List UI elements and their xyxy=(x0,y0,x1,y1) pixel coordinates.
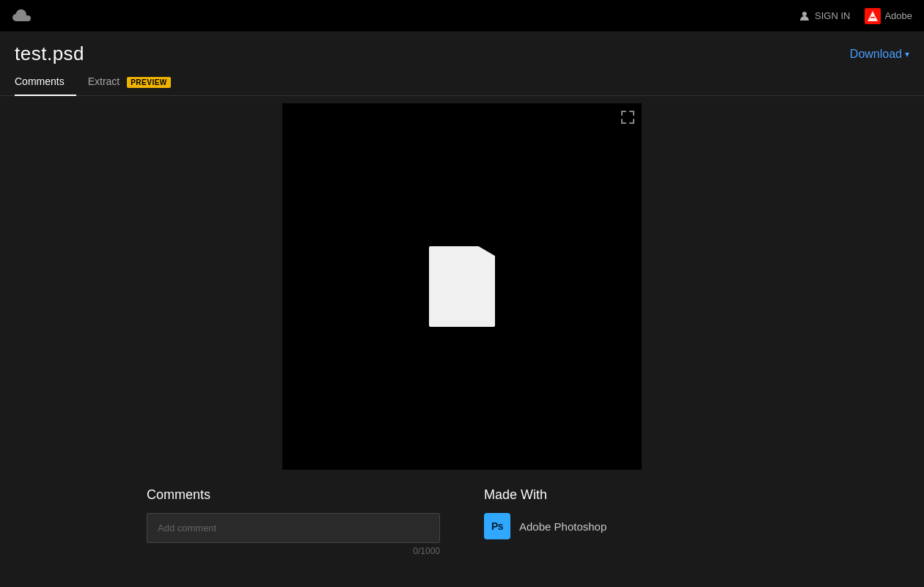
made-with-title: Made With xyxy=(484,487,777,503)
preview-badge: PREVIEW xyxy=(127,77,171,88)
adobe-logo[interactable]: Adobe xyxy=(865,8,912,24)
comments-title: Comments xyxy=(147,487,440,503)
fullscreen-button[interactable] xyxy=(620,109,636,128)
made-with-item: Ps Adobe Photoshop xyxy=(484,513,777,539)
svg-point-0 xyxy=(802,12,807,16)
comment-input[interactable] xyxy=(147,513,440,543)
file-preview-icon xyxy=(429,246,495,327)
tab-comments[interactable]: Comments xyxy=(15,68,76,96)
main-content: Comments 0/1000 Made With Ps Adobe Photo… xyxy=(0,96,924,574)
tab-extract[interactable]: Extract PREVIEW xyxy=(76,68,183,96)
adobe-icon xyxy=(865,8,881,24)
download-button[interactable]: Download ▾ xyxy=(850,48,909,61)
file-fold xyxy=(480,246,495,256)
file-title: test.psd xyxy=(15,43,84,65)
preview-area xyxy=(282,103,642,470)
tabbar: Comments Extract PREVIEW xyxy=(0,68,924,96)
sign-in-button[interactable]: SIGN IN xyxy=(799,10,850,22)
comments-section: Comments 0/1000 xyxy=(147,487,440,556)
bottom-sections: Comments 0/1000 Made With Ps Adobe Photo… xyxy=(132,470,792,574)
photoshop-icon: Ps xyxy=(484,513,510,539)
titlebar: test.psd Download ▾ xyxy=(0,32,924,65)
comment-count: 0/1000 xyxy=(147,546,440,556)
file-shape xyxy=(429,246,495,327)
cloud-icon xyxy=(12,6,32,26)
topbar: SIGN IN Adobe xyxy=(0,0,924,32)
topbar-right: SIGN IN Adobe xyxy=(799,8,912,24)
svg-marker-1 xyxy=(868,11,878,21)
svg-rect-2 xyxy=(870,17,875,18)
topbar-left xyxy=(12,6,32,26)
app-name: Adobe Photoshop xyxy=(519,520,606,533)
made-with-section: Made With Ps Adobe Photoshop xyxy=(484,487,777,556)
chevron-down-icon: ▾ xyxy=(905,49,909,59)
